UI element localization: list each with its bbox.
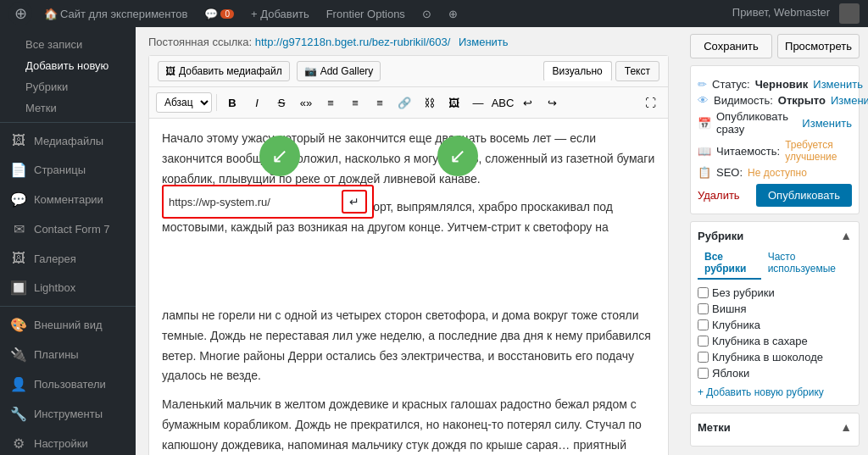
view-text-btn[interactable]: Текст [615, 61, 659, 81]
rubric-checkbox-3[interactable] [698, 336, 709, 347]
breadcrumb-url[interactable]: http://g971218n.bget.ru/bez-rubrikil/603… [255, 36, 451, 48]
rubric-label-0: Без рубрики [712, 286, 775, 299]
breadcrumb-change[interactable]: Изменить [459, 36, 509, 48]
view-visual-btn[interactable]: Визуально [543, 61, 612, 81]
gallery-label: Галерея [34, 252, 76, 265]
sidebar-item-tags[interactable]: Метки [0, 97, 136, 119]
delete-link[interactable]: Удалить [698, 189, 740, 202]
settings-icon: ⚙ [10, 436, 27, 452]
sidebar-item-all-posts[interactable]: Все записи [0, 34, 136, 55]
sidebar-item-settings[interactable]: ⚙ Настройки [0, 429, 136, 455]
image-btn[interactable]: 🖼 [442, 92, 465, 114]
visibility-label: Видимость: [714, 94, 773, 107]
green-arrow-2: ↙ [437, 136, 478, 176]
paragraph-select[interactable]: Абзац [156, 92, 212, 113]
tab-all-rubrics[interactable]: Все рубрики [698, 247, 761, 280]
rubric-checkbox-1[interactable] [698, 303, 709, 314]
seo-status-icon: 📋 [698, 166, 711, 179]
italic-btn[interactable]: I [246, 92, 268, 114]
quote-btn[interactable]: «» [295, 92, 317, 114]
add-rubric-link[interactable]: + Добавить новую рубрику [698, 386, 852, 398]
rubric-item-5: Яблоки [698, 365, 852, 381]
strikethrough-btn[interactable]: S [270, 92, 292, 114]
rubric-label-5: Яблоки [712, 367, 749, 380]
comments-icon: 💬 [10, 191, 27, 208]
status-icon: ✏ [698, 78, 707, 91]
sidebar-item-plugins[interactable]: 🔌 Плагины [0, 340, 136, 369]
save-btn[interactable]: Сохранить [690, 34, 772, 58]
visibility-row: 👁 Видимость: Открыто Изменить [698, 94, 852, 107]
visibility-change-link[interactable]: Изменить [831, 94, 868, 107]
calendar-icon: 📅 [698, 117, 711, 130]
rubric-checkbox-5[interactable] [698, 368, 709, 379]
sidebar-item-add-new[interactable]: Добавить новую [0, 55, 136, 76]
fullscreen-btn[interactable]: ⛶ [639, 92, 661, 114]
preview-btn[interactable]: Просмотреть [777, 34, 860, 58]
metki-collapse-btn[interactable]: ▲ [840, 420, 852, 434]
add-media-label: Добавить медиафайл [179, 65, 282, 77]
editor-text-1: Начало этому ужасу, который не закончитс… [162, 131, 654, 186]
media-label: Медиафайлы [34, 135, 103, 147]
format-sep-1 [216, 94, 217, 111]
site-name-bar[interactable]: 🏠 Сайт для экспериментов [39, 8, 192, 20]
bold-btn[interactable]: B [221, 92, 243, 114]
readability-icon: 📖 [698, 145, 711, 158]
comments-bar-item[interactable]: 💬 0 [199, 8, 239, 20]
user-avatar[interactable] [839, 3, 860, 24]
settings-label: Настройки [34, 437, 88, 450]
spell-btn[interactable]: ABC [492, 92, 514, 114]
sidebar-item-comments[interactable]: 💬 Комментарии [0, 185, 136, 214]
sidebar-item-lightbox[interactable]: 🔲 Lightbox [0, 273, 136, 302]
readmore-btn[interactable]: — [467, 92, 489, 114]
rubrics-tabs: Все рубрики Часто используемые [698, 247, 852, 280]
greeting-text: Привет, Webmaster [732, 6, 830, 19]
redo-btn[interactable]: ↪ [541, 92, 563, 114]
sidebar-item-users[interactable]: 👤 Пользователи [0, 369, 136, 399]
rubric-checkbox-4[interactable] [698, 352, 709, 363]
rubric-checkbox-2[interactable] [698, 319, 709, 330]
link-url-input[interactable] [169, 196, 338, 208]
editor-body[interactable]: ↙ ↙ ↵ Начало этому ужасу, который не зак… [149, 119, 668, 455]
ul-btn[interactable]: ≡ [320, 92, 342, 114]
frontier-options-bar-item[interactable]: Frontier Options [321, 8, 410, 20]
rubrics-title: Рубрики [698, 230, 743, 242]
lightbox-icon: 🔲 [10, 280, 27, 296]
site-name-text: Сайт для экспериментов [60, 8, 187, 20]
link-apply-btn[interactable]: ↵ [342, 190, 367, 214]
ol-btn[interactable]: ≡ [344, 92, 366, 114]
frontier-options-label: Frontier Options [326, 8, 405, 20]
publish-change-link[interactable]: Изменить [802, 117, 852, 130]
extra-icon-2[interactable]: ⊕ [443, 8, 463, 20]
sidebar-item-rubrics[interactable]: Рубрики [0, 76, 136, 97]
add-media-btn[interactable]: 🖼 Добавить медиафайл [158, 61, 290, 81]
unlink-btn[interactable]: ⛓ [418, 92, 440, 114]
sidebar-item-contact-form[interactable]: ✉ Contact Form 7 [0, 214, 136, 244]
rubrics-collapse-btn[interactable]: ▲ [840, 229, 852, 242]
sidebar-item-media[interactable]: 🖼 Медиафайлы [0, 126, 136, 155]
publish-date-row: 📅 Опубликовать сразу Изменить [698, 110, 852, 136]
admin-bar: ⊕ 🏠 Сайт для экспериментов 💬 0 + Добавит… [0, 0, 868, 27]
wp-logo-icon[interactable]: ⊕ [8, 2, 32, 25]
format-toolbar: Абзац B I S «» ≡ ≡ ≡ 🔗 ⛓ 🖼 — ABC ↩ ↪ ⛶ [149, 87, 668, 119]
editor-top-toolbar: 🖼 Добавить медиафайл 📷 Add Gallery Визуа… [149, 56, 668, 87]
extra-icon-1[interactable]: ⊙ [417, 8, 437, 20]
sidebar-item-tools[interactable]: 🔧 Инструменты [0, 399, 136, 429]
align-btn[interactable]: ≡ [369, 92, 391, 114]
publish-btn[interactable]: Опубликовать [756, 184, 852, 207]
link-input-overlay: ↵ [162, 185, 374, 219]
status-change-link[interactable]: Изменить [813, 78, 863, 91]
tab-frequent-rubrics[interactable]: Часто используемые [761, 247, 852, 280]
view-toggle: Визуально Текст [543, 61, 659, 81]
link-btn[interactable]: 🔗 [393, 92, 415, 114]
add-gallery-btn[interactable]: 📷 Add Gallery [297, 61, 381, 81]
sidebar-item-appearance[interactable]: 🎨 Внешний вид [0, 310, 136, 340]
seo-label: SEO: [716, 166, 743, 179]
rubric-item-3: Клубника в сахаре [698, 333, 852, 349]
breadcrumb-label: Постоянная ссылка: [148, 36, 252, 48]
add-new-bar-item[interactable]: + Добавить [246, 8, 314, 20]
sidebar-item-pages[interactable]: 📄 Страницы [0, 155, 136, 185]
sidebar-item-gallery[interactable]: 🖼 Галерея [0, 244, 136, 273]
undo-btn[interactable]: ↩ [516, 92, 538, 114]
rubric-checkbox-0[interactable] [698, 287, 709, 298]
gallery-icon: 🖼 [10, 251, 27, 266]
